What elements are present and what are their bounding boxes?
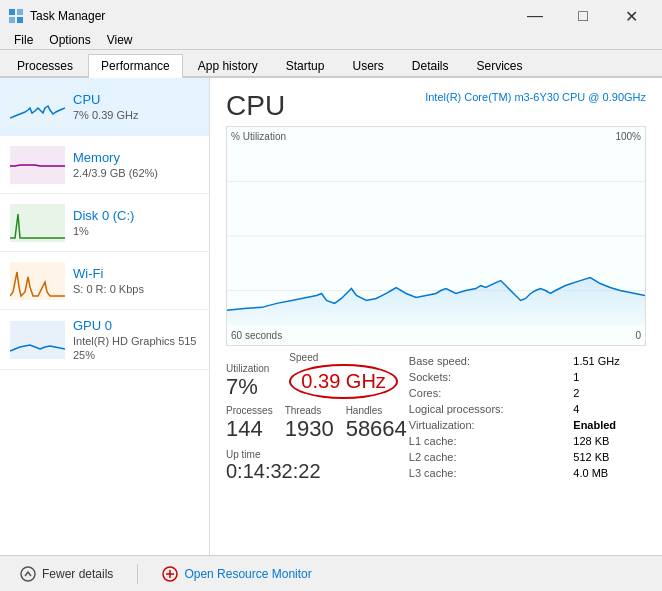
chart-x-left: 60 seconds — [231, 330, 282, 341]
svg-rect-4 — [10, 88, 65, 126]
content-title: CPU — [226, 90, 285, 122]
info-table-container: Base speed: 1.51 GHz Sockets: 1 Cores: 2… — [407, 352, 646, 483]
svg-rect-1 — [17, 9, 23, 15]
resource-monitor-icon — [162, 566, 178, 582]
footer-separator — [137, 564, 138, 584]
l1-value: 128 KB — [573, 434, 644, 448]
main-area: CPU 7% 0.39 GHz Memory 2.4/3.9 GB (62%) — [0, 78, 662, 555]
wifi-mini-chart — [10, 262, 65, 300]
cpu-sidebar-info: CPU 7% 0.39 GHz — [73, 92, 199, 121]
sockets-label: Sockets: — [409, 370, 571, 384]
cpu-chart: % Utilization 100% 60 seconds — [226, 126, 646, 346]
sidebar-item-gpu[interactable]: GPU 0 Intel(R) HD Graphics 515 25% — [0, 310, 209, 370]
disk-sidebar-subtitle: 1% — [73, 225, 199, 237]
utilization-label: Utilization — [226, 363, 269, 374]
fewer-details-button[interactable]: Fewer details — [12, 562, 121, 586]
tab-bar: Processes Performance App history Startu… — [0, 50, 662, 78]
speed-value: 0.39 GHz — [289, 364, 397, 399]
gpu-sidebar-subtitle: Intel(R) HD Graphics 515 — [73, 335, 199, 347]
app-icon — [8, 8, 24, 24]
memory-sidebar-subtitle: 2.4/3.9 GB (62%) — [73, 167, 199, 179]
cpu-model: Intel(R) Core(TM) m3-6Y30 CPU @ 0.90GHz — [425, 90, 646, 105]
virt-label: Virtualization: — [409, 418, 571, 432]
chart-y-label: % Utilization — [231, 131, 286, 142]
sockets-value: 1 — [573, 370, 644, 384]
speed-label: Speed — [289, 352, 397, 363]
tab-startup[interactable]: Startup — [273, 54, 338, 78]
info-row-l1: L1 cache: 128 KB — [409, 434, 644, 448]
wifi-sidebar-title: Wi-Fi — [73, 266, 199, 281]
menu-file[interactable]: File — [6, 31, 41, 49]
footer: Fewer details Open Resource Monitor — [0, 555, 662, 591]
tab-app-history[interactable]: App history — [185, 54, 271, 78]
chart-x-right: 0 — [635, 330, 641, 341]
logical-label: Logical processors: — [409, 402, 571, 416]
open-resource-label: Open Resource Monitor — [184, 567, 311, 581]
uptime-value: 0:14:32:22 — [226, 460, 407, 483]
svg-rect-8 — [10, 321, 65, 359]
memory-mini-chart — [10, 146, 65, 184]
tab-processes[interactable]: Processes — [4, 54, 86, 78]
stats-row: Utilization 7% Speed 0.39 GHz Processes … — [226, 352, 646, 483]
sidebar-item-memory[interactable]: Memory 2.4/3.9 GB (62%) — [0, 136, 209, 194]
title-bar: Task Manager — □ ✕ — [0, 0, 662, 30]
chevron-up-icon — [20, 566, 36, 582]
sidebar-item-wifi[interactable]: Wi-Fi S: 0 R: 0 Kbps — [0, 252, 209, 310]
svg-rect-2 — [9, 17, 15, 23]
window-title: Task Manager — [30, 9, 105, 23]
close-button[interactable]: ✕ — [608, 1, 654, 31]
sidebar-item-disk[interactable]: Disk 0 (C:) 1% — [0, 194, 209, 252]
tab-details[interactable]: Details — [399, 54, 462, 78]
secondary-stats: Processes 144 Threads 1930 Handles 58664 — [226, 405, 407, 441]
handles-stat: Handles 58664 — [346, 405, 407, 441]
processes-label: Processes — [226, 405, 273, 416]
handles-value: 58664 — [346, 417, 407, 441]
open-resource-monitor-button[interactable]: Open Resource Monitor — [154, 562, 319, 586]
info-row-cores: Cores: 2 — [409, 386, 644, 400]
cores-label: Cores: — [409, 386, 571, 400]
uptime-label: Up time — [226, 449, 407, 460]
cores-value: 2 — [573, 386, 644, 400]
virt-value: Enabled — [573, 418, 644, 432]
info-table: Base speed: 1.51 GHz Sockets: 1 Cores: 2… — [407, 352, 646, 482]
tab-services[interactable]: Services — [464, 54, 536, 78]
sidebar: CPU 7% 0.39 GHz Memory 2.4/3.9 GB (62%) — [0, 78, 210, 555]
uptime-stat: Up time 0:14:32:22 — [226, 449, 407, 483]
l2-value: 512 KB — [573, 450, 644, 464]
wifi-sidebar-info: Wi-Fi S: 0 R: 0 Kbps — [73, 266, 199, 295]
l3-label: L3 cache: — [409, 466, 571, 480]
info-row-sockets: Sockets: 1 — [409, 370, 644, 384]
sidebar-item-cpu[interactable]: CPU 7% 0.39 GHz — [0, 78, 209, 136]
info-row-logical: Logical processors: 4 — [409, 402, 644, 416]
disk-sidebar-title: Disk 0 (C:) — [73, 208, 199, 223]
processes-value: 144 — [226, 417, 273, 441]
utilization-stat: Utilization 7% — [226, 363, 269, 399]
gpu-mini-chart — [10, 321, 65, 359]
threads-label: Threads — [285, 405, 334, 416]
title-bar-left: Task Manager — [8, 8, 105, 24]
disk-mini-chart — [10, 204, 65, 242]
gpu-sidebar-title: GPU 0 — [73, 318, 199, 333]
stats-left: Utilization 7% Speed 0.39 GHz Processes … — [226, 352, 407, 483]
minimize-button[interactable]: — — [512, 1, 558, 31]
info-row-l3: L3 cache: 4.0 MB — [409, 466, 644, 480]
cpu-sidebar-title: CPU — [73, 92, 199, 107]
menu-options[interactable]: Options — [41, 31, 98, 49]
chart-y-max: 100% — [615, 131, 641, 142]
memory-sidebar-info: Memory 2.4/3.9 GB (62%) — [73, 150, 199, 179]
title-controls[interactable]: — □ ✕ — [512, 1, 654, 31]
content-area: CPU Intel(R) Core(TM) m3-6Y30 CPU @ 0.90… — [210, 78, 662, 555]
tab-performance[interactable]: Performance — [88, 54, 183, 78]
handles-label: Handles — [346, 405, 407, 416]
maximize-button[interactable]: □ — [560, 1, 606, 31]
chart-svg — [227, 127, 645, 345]
tab-users[interactable]: Users — [339, 54, 396, 78]
memory-sidebar-title: Memory — [73, 150, 199, 165]
svg-rect-3 — [17, 17, 23, 23]
info-row-l2: L2 cache: 512 KB — [409, 450, 644, 464]
disk-sidebar-info: Disk 0 (C:) 1% — [73, 208, 199, 237]
logical-value: 4 — [573, 402, 644, 416]
gpu-sidebar-info: GPU 0 Intel(R) HD Graphics 515 25% — [73, 318, 199, 361]
info-row-virt: Virtualization: Enabled — [409, 418, 644, 432]
menu-view[interactable]: View — [99, 31, 141, 49]
